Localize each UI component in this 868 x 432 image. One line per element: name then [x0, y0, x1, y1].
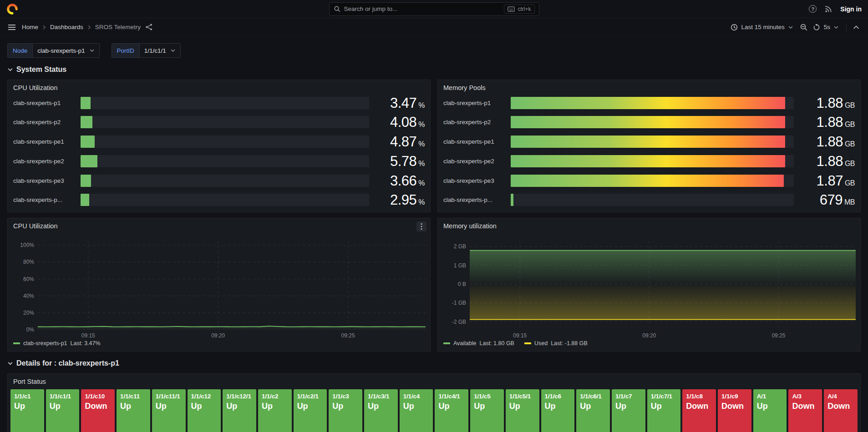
share-icon — [145, 23, 153, 31]
gauge-bar-track — [511, 136, 794, 148]
port-tile: 1/1/c9Down — [718, 389, 751, 432]
gauge-value-number: 1.88 — [817, 95, 843, 111]
port-name: 1/1/c6/1 — [580, 392, 606, 401]
panel-title[interactable]: CPU Utilization — [8, 80, 430, 91]
variable-value-dropdown[interactable]: 1/1/c1/1 — [140, 44, 180, 57]
gauge-row-label: clab-srexperts-p2 — [13, 119, 76, 126]
gauge-bar-fill — [511, 155, 785, 167]
port-tile: A/4Down — [824, 389, 858, 432]
chevron-down-icon — [170, 48, 176, 53]
port-tile: 1/1/c2/1Up — [294, 389, 327, 432]
gauge-row-value: 3.47% — [374, 96, 425, 110]
variable-value: clab-srexperts-p1 — [37, 47, 85, 54]
legend-item[interactable]: clab-srexperts-p1Last: 3.47% — [13, 340, 101, 347]
gauge-bar-track — [511, 175, 794, 187]
breadcrumb-item[interactable]: SROS Telemetry — [95, 24, 141, 30]
zoom-out-button[interactable] — [797, 21, 810, 34]
legend-item[interactable]: AvailableLast: 1.80 GB — [443, 340, 514, 347]
dashboard-toolbar: HomeDashboardsSROS Telemetry Last 15 min… — [0, 18, 868, 36]
port-name: A/4 — [827, 392, 854, 401]
legend-swatch — [443, 342, 450, 344]
panel-menu-kebab-icon[interactable] — [416, 221, 426, 231]
x-axis-label: 09:20 — [642, 332, 656, 339]
sign-in-button[interactable]: Sign in — [840, 5, 862, 13]
gauge-row: clab-srexperts-p24.08% — [13, 116, 425, 129]
gauge-row-label: clab-srexperts-p2 — [443, 119, 506, 126]
gauge-row-value: 4.08% — [374, 115, 425, 129]
share-dashboard-button[interactable] — [142, 21, 155, 34]
port-state: Up — [651, 401, 677, 412]
port-name: 1/1/c10 — [85, 392, 111, 401]
keyboard-icon — [508, 6, 515, 12]
gauge-value-number: 3.66 — [390, 173, 416, 189]
gauge-row-label: clab-srexperts-pe2 — [13, 158, 76, 165]
section-system-status[interactable]: System Status — [7, 63, 861, 76]
panel-title[interactable]: Memory utilization — [438, 218, 860, 230]
port-tile: 1/1/c5Up — [470, 389, 504, 432]
y-axis: 0%20%40%60%80%100% — [12, 241, 34, 330]
section-details[interactable]: Details for : clab-srexperts-p1 — [7, 357, 861, 370]
gauge-value-unit: % — [418, 179, 425, 187]
gauge-row: clab-srexperts-pe11.88GB — [443, 136, 855, 148]
news-rss-icon[interactable] — [825, 5, 832, 13]
chevron-down-icon — [7, 361, 13, 367]
gauge-bar-track — [511, 155, 794, 167]
refresh-button[interactable] — [810, 21, 823, 34]
port-state: Up — [50, 401, 76, 412]
x-axis-label: 09:25 — [772, 332, 785, 339]
port-tile: 1/1/c7/1Up — [647, 389, 681, 432]
menu-toggle-button[interactable] — [5, 21, 18, 34]
legend-swatch — [13, 342, 20, 344]
port-tile: 1/1/c1Up — [10, 389, 44, 432]
port-state: Up — [757, 401, 783, 412]
refresh-interval-dropdown[interactable]: 5s — [823, 20, 843, 34]
panel-cpu-utilization-timeseries: CPU Utilization 0%20%40%60%80%100% 09:15… — [7, 218, 431, 352]
gauge-value-number: 2.95 — [390, 192, 416, 208]
panel-title[interactable]: Port Status — [8, 374, 860, 385]
x-axis: 09:1509:2009:25 — [38, 332, 426, 340]
gauge-row-label: clab-srexperts-pe3 — [443, 177, 506, 184]
gauge-bar-fill — [511, 116, 785, 128]
port-state: Up — [120, 401, 147, 412]
refresh-icon — [813, 24, 820, 31]
gauge-row-value: 1.88GB — [798, 154, 855, 168]
port-state: Down — [792, 401, 818, 412]
port-state: Down — [827, 401, 854, 412]
port-name: 1/1/c11 — [120, 392, 147, 401]
chart-legend: clab-srexperts-p1Last: 3.47% — [13, 340, 101, 347]
time-range-picker[interactable]: Last 15 minutes — [726, 20, 797, 34]
legend-item[interactable]: UsedLast: -1.88 GB — [524, 340, 588, 347]
port-name: 1/1/c8 — [686, 392, 712, 401]
help-icon[interactable]: ? — [809, 5, 817, 13]
port-name: 1/1/c2/1 — [297, 392, 324, 401]
x-axis: 09:1509:2009:25 — [470, 332, 856, 340]
gauge-value-unit: GB — [845, 160, 855, 167]
gauge-row-value: 1.88GB — [798, 96, 855, 110]
port-state: Up — [438, 401, 465, 412]
variable-value-dropdown[interactable]: clab-srexperts-p1 — [33, 44, 99, 57]
cpu-chart-plot — [38, 241, 426, 330]
magnifier-minus-icon — [800, 23, 807, 31]
breadcrumb-item[interactable]: Dashboards — [50, 24, 83, 30]
port-state: Up — [297, 401, 324, 412]
variable-label: PortID — [112, 44, 140, 57]
x-axis-label: 09:15 — [513, 332, 527, 339]
panel-title[interactable]: Memory Pools — [438, 80, 860, 91]
x-axis-label: 09:15 — [81, 332, 95, 339]
port-tile: 1/1/c3Up — [329, 389, 362, 432]
collapse-controls-button[interactable] — [850, 21, 863, 34]
search-bar[interactable]: Search or jump to... ctrl+k — [329, 2, 539, 16]
gauge-bar-fill — [511, 175, 784, 187]
bar-gauge-list: clab-srexperts-p11.88GBclab-srexperts-p2… — [443, 96, 855, 206]
y-axis-label: 60% — [23, 276, 34, 282]
gauge-value-number: 1.88 — [817, 153, 843, 169]
gauge-bar-fill — [511, 136, 785, 148]
breadcrumb-item[interactable]: Home — [22, 24, 38, 30]
port-state: Down — [721, 401, 748, 412]
gauge-value-number: 1.87 — [817, 173, 843, 189]
port-tile: 1/1/c1/1Up — [46, 389, 80, 432]
grafana-logo[interactable] — [6, 3, 18, 15]
panel-title[interactable]: CPU Utilization — [8, 218, 430, 230]
port-tile: 1/1/c10Down — [81, 389, 115, 432]
gauge-bar-track — [81, 116, 369, 128]
